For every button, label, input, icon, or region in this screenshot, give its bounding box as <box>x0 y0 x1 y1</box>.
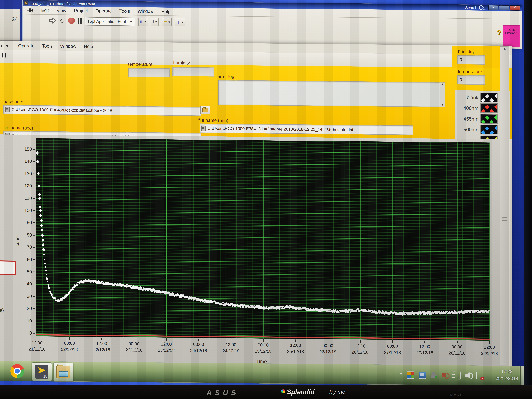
window-title: read_and_plot_data_file.vi Front Pane <box>31 1 95 6</box>
maximize-button[interactable]: ❐ <box>499 5 509 10</box>
temperature-input-field[interactable] <box>128 68 170 77</box>
error-log-label: error log <box>217 74 234 79</box>
x-tick-time-label: 00:00 <box>55 341 84 346</box>
x-tick-mark <box>198 338 199 341</box>
abort-button[interactable] <box>68 17 75 25</box>
taskbar-labview-button[interactable]: 18 <box>32 362 52 381</box>
x-tick-mark <box>263 339 264 342</box>
humidity-input-field[interactable] <box>172 67 214 76</box>
show-desktop-button[interactable] <box>520 366 524 385</box>
base-path-field[interactable]: C:\Users\RCO-1000-E3845\Desktop\data\ott… <box>3 105 201 116</box>
y-tick-label: 150 <box>12 146 32 152</box>
legend-item-455nm[interactable]: 455nm <box>457 113 505 124</box>
panel-vertical-scrollbar[interactable]: ▲ <box>500 46 509 365</box>
temperature-output-field[interactable]: 0 <box>457 75 485 85</box>
menu-item-edit[interactable]: Edit <box>38 8 53 13</box>
y-tick-mark <box>33 321 35 321</box>
language-indicator[interactable]: IT <box>399 372 402 377</box>
y-tick-mark <box>33 198 35 199</box>
action-center-icon[interactable]: ✕ <box>476 372 483 379</box>
system-tray: IT ✕ <box>399 365 483 385</box>
file-name-min-label: file name (min) <box>198 118 228 123</box>
menu-item-help[interactable]: Help <box>80 44 97 49</box>
y-tick-label: 0 <box>12 330 32 336</box>
y-tick-mark <box>33 210 35 211</box>
menu-item-tools[interactable]: Tools <box>38 43 56 49</box>
y-tick-mark <box>33 333 35 334</box>
menu-item-view[interactable]: View <box>53 8 70 13</box>
context-help-icon[interactable]: ? <box>497 29 501 37</box>
align-objects-button[interactable]: ⊞▾ <box>138 18 148 26</box>
legend-label: blank <box>457 94 480 100</box>
pink-sticky-note: FOTO LEGGO 2 <box>503 25 520 47</box>
y-tick-label: 10 <box>12 318 32 323</box>
error-log-scrollbar[interactable]: ▲▼ <box>440 82 445 107</box>
windows-update-icon[interactable] <box>407 371 414 379</box>
x-tick-date-label: 26/12/18 <box>313 349 343 355</box>
run-button[interactable] <box>49 17 57 25</box>
legend-label: 400nm <box>457 105 480 111</box>
resize-objects-button[interactable]: ⬒▾ <box>162 18 172 26</box>
legend-item-500nm[interactable]: 500nm <box>457 124 505 135</box>
menu-item-help[interactable]: Help <box>157 9 174 14</box>
y-tick-mark <box>33 161 35 162</box>
x-tick-mark <box>328 340 328 342</box>
y-tick-label: 70 <box>12 244 32 250</box>
font-selector[interactable]: 15pt Application Font▼ <box>85 17 135 26</box>
legend-item-400nm[interactable]: 400nm <box>457 102 505 114</box>
legend-swatch <box>480 93 498 102</box>
x-tick-time-label: 12:00 <box>216 342 246 347</box>
reorder-objects-button[interactable]: ◫▾ <box>175 18 185 26</box>
close-button[interactable]: ✕ <box>510 5 520 11</box>
x-tick-date-label: 27/12/18 <box>378 350 407 355</box>
display-settings-icon[interactable] <box>419 371 426 379</box>
y-tick-mark <box>33 222 35 223</box>
volume-icon[interactable] <box>465 372 472 379</box>
legend-item-blank[interactable]: blank <box>457 92 505 103</box>
menu-item-operate[interactable]: Operate <box>92 8 116 14</box>
error-log-textarea[interactable]: ▲▼ <box>218 80 445 107</box>
browse-folder-button[interactable] <box>200 106 210 114</box>
taskbar-explorer-button[interactable] <box>53 362 73 381</box>
menu-item-project[interactable]: Project <box>70 8 92 13</box>
pause-button[interactable] <box>78 17 82 25</box>
clock-time: 13:23 <box>496 368 518 375</box>
humidity-input-label: humidity <box>173 60 190 65</box>
minimize-button[interactable]: – <box>488 5 498 10</box>
labview-editor-window: read_and_plot_data_file.vi Front Pane Se… <box>22 0 522 49</box>
file-name-sec-label: file name (sec) <box>3 125 33 130</box>
x-tick-date-label: 25/12/18 <box>248 349 278 354</box>
x-tick-time-label: 00:00 <box>313 343 343 348</box>
distribute-objects-button[interactable]: ⫴▾ <box>151 18 159 26</box>
pause-button[interactable] <box>2 53 6 57</box>
menu-item-oject[interactable]: oject <box>0 43 14 48</box>
y-tick-label: 90 <box>12 220 32 225</box>
run-continuous-button[interactable]: ↻ <box>60 17 65 25</box>
audio-manager-icon[interactable] <box>442 372 448 379</box>
y-tick-mark <box>33 186 35 186</box>
humidity-output-field[interactable]: 0 <box>457 55 485 64</box>
background-window-fragment: 24 <box>0 9 20 41</box>
monitor-brand-logo: ASUS <box>206 389 239 397</box>
temperature-input-label: temperature <box>128 62 152 67</box>
bezel-slogan-2: Try me <box>328 389 345 395</box>
y-tick-label: 120 <box>12 183 32 189</box>
usb-safely-remove-icon[interactable] <box>431 372 437 379</box>
menu-item-window[interactable]: Window <box>134 9 157 14</box>
search-icon[interactable] <box>479 5 483 10</box>
menu-item-tools[interactable]: Tools <box>116 8 134 14</box>
menu-item-operate[interactable]: Operate <box>14 43 38 48</box>
screen-content: 24 read_and_plot_data_file.vi Front Pane… <box>0 0 524 385</box>
y-tick-label: 80 <box>12 232 32 237</box>
x-tick-time-label: 00:00 <box>184 342 214 347</box>
taskbar-clock[interactable]: 13:23 28/12/2018 <box>496 368 518 382</box>
monitor-bezel-bottom: ASUS Splendid Try me MENU <box>0 385 532 399</box>
menu-item-file[interactable]: File <box>23 7 38 13</box>
menu-item-window[interactable]: Window <box>56 43 80 49</box>
y-tick-mark <box>33 173 35 174</box>
y-tick-mark <box>33 235 35 235</box>
taskbar-chrome-button[interactable] <box>8 362 27 380</box>
y-tick-label: 100 <box>12 208 32 213</box>
x-tick-time-label: 12:00 <box>410 344 440 349</box>
power-plug-icon[interactable] <box>453 371 461 379</box>
